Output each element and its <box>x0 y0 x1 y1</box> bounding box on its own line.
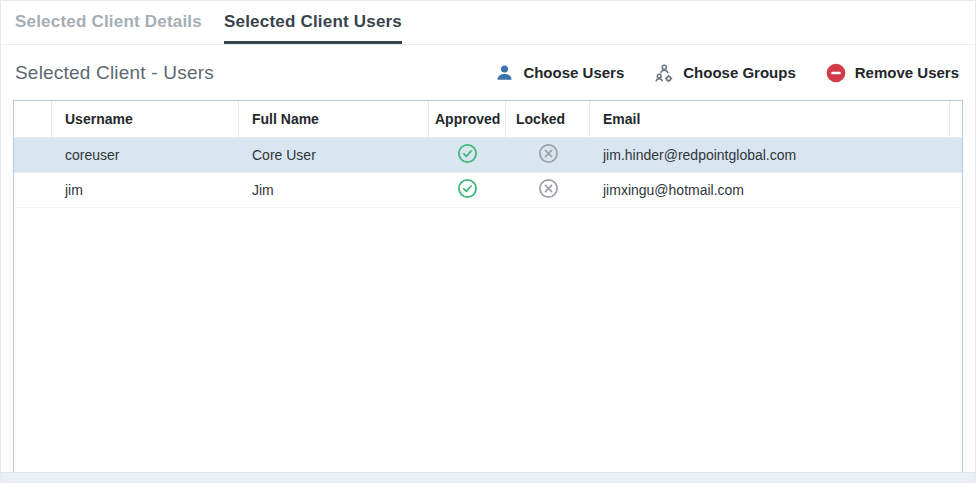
client-users-panel: Selected Client Details Selected Client … <box>0 0 976 483</box>
approved-check-icon <box>457 178 478 202</box>
choose-users-button[interactable]: Choose Users <box>495 63 624 82</box>
user-icon <box>495 63 514 82</box>
username-cell: coreuser <box>52 138 239 172</box>
choose-groups-label: Choose Groups <box>683 64 796 81</box>
locked-cross-icon <box>538 178 559 202</box>
approved-check-icon <box>457 143 478 167</box>
column-header-approved[interactable]: Approved <box>429 101 506 137</box>
username-cell: jim <box>52 173 239 207</box>
users-table: Username Full Name Approved Locked Email… <box>13 100 963 474</box>
user-group-icon <box>654 63 674 83</box>
row-selector-cell <box>14 173 52 207</box>
full-name-cell: Jim <box>239 173 429 207</box>
row-gutter <box>949 138 962 172</box>
bottom-strip <box>1 472 975 482</box>
tab-selected-client-users[interactable]: Selected Client Users <box>224 12 402 44</box>
remove-users-button[interactable]: Remove Users <box>826 63 959 83</box>
email-cell: jim.hinder@redpointglobal.com <box>590 138 949 172</box>
column-header-username[interactable]: Username <box>52 101 239 137</box>
email-cell: jimxingu@hotmail.com <box>590 173 949 207</box>
locked-cross-icon <box>538 143 559 167</box>
locked-cell <box>506 138 590 172</box>
table-header-row: Username Full Name Approved Locked Email <box>14 101 962 138</box>
tab-selected-client-details[interactable]: Selected Client Details <box>15 12 202 44</box>
remove-circle-icon <box>826 63 846 83</box>
approved-cell <box>429 173 506 207</box>
section-header: Selected Client - Users Choose Users <box>1 45 975 100</box>
column-header-selector <box>14 101 52 137</box>
table-row-jim[interactable]: jim Jim jimxingu@hotmail.com <box>14 173 962 208</box>
remove-users-label: Remove Users <box>855 64 959 81</box>
table-row-coreuser[interactable]: coreuser Core User jim.hinde <box>14 138 962 173</box>
column-header-gutter <box>950 101 962 137</box>
page-title: Selected Client - Users <box>15 62 214 84</box>
full-name-cell: Core User <box>239 138 429 172</box>
action-toolbar: Choose Users Choose Groups <box>495 63 959 83</box>
column-header-email[interactable]: Email <box>590 101 950 137</box>
choose-groups-button[interactable]: Choose Groups <box>654 63 796 83</box>
row-selector-cell <box>14 138 52 172</box>
table-empty-area <box>14 208 962 473</box>
row-gutter <box>949 173 962 207</box>
tab-bar: Selected Client Details Selected Client … <box>1 1 975 45</box>
approved-cell <box>429 138 506 172</box>
locked-cell <box>506 173 590 207</box>
choose-users-label: Choose Users <box>523 64 624 81</box>
column-header-locked[interactable]: Locked <box>506 101 590 137</box>
column-header-full-name[interactable]: Full Name <box>239 101 429 137</box>
